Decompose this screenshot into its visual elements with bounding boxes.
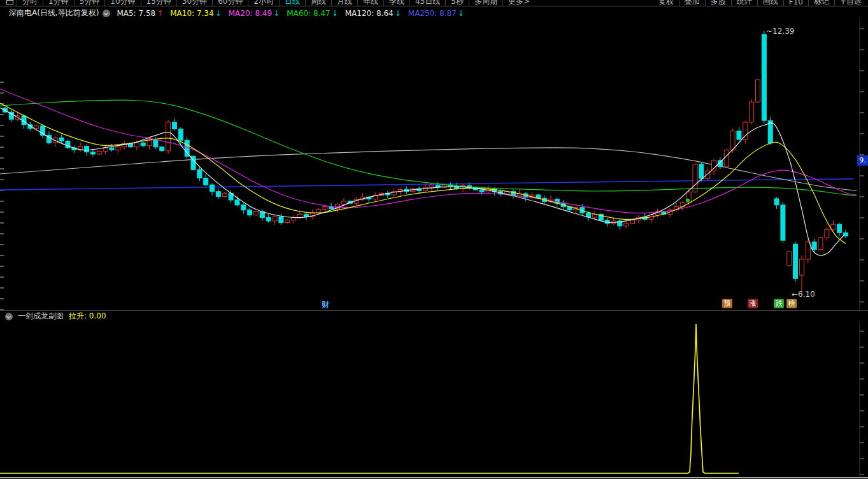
sub-indicator-chart[interactable] [0,322,868,477]
high-price-marker: ~12.39 [766,27,794,36]
period-menu-item-14[interactable]: 45日线 [410,0,445,6]
tool-menu-item-8[interactable]: +自选 [835,0,867,6]
period-menu-item-17[interactable]: 更多> [503,0,535,6]
main-candlestick-chart[interactable] [0,19,868,310]
ma-value-5: MA120: 8.64↓ [345,9,401,18]
period-menu-item-13[interactable]: 季线 [384,0,409,6]
period-menu-item-3[interactable]: 5分钟 [75,0,105,6]
period-menu-item-9[interactable]: 日线 [280,0,305,6]
period-menu-item-8[interactable]: 2小时 [248,0,279,6]
ma-value-2: MA10: 7.34↓ [170,9,221,18]
ma-value-4: MA60: 8.47↓ [287,9,338,18]
stock-title: 深南电A(日线,等比前复权) [9,8,99,18]
period-menu-item-4[interactable]: 10分钟 [105,0,140,6]
tool-menu-item-1[interactable]: 复权 [653,0,679,6]
sub-indicator-title[interactable]: 一剑成龙副图 [18,311,64,322]
sub-indicator-value: 拉升: 0.00 [69,311,106,322]
ranking-badge-3[interactable]: 跌 [774,299,784,308]
tool-menu-item-5[interactable]: 画线 [758,0,783,6]
ma-readout-list: MA5: 7.58↑MA10: 7.34↓MA20: 8.49↓MA60: 8.… [117,9,464,18]
chevron-down-icon[interactable] [5,313,13,320]
period-menu-item-2[interactable]: 1分钟 [43,0,74,6]
tool-menu-item-2[interactable]: 叠加 [679,0,705,6]
sub-indicator-header: 一剑成龙副图 拉升: 0.00 [0,311,868,322]
financial-report-marker[interactable]: 财 [322,299,329,310]
period-menu-item-6[interactable]: 30分钟 [177,0,212,6]
period-menu-item-15[interactable]: 5秒 [446,0,469,6]
window-icon[interactable] [6,0,13,4]
period-menu-item-16[interactable]: 多周期 [469,0,502,6]
ranking-badge-1[interactable]: 预 [722,299,732,308]
axis-price-badge: 9. [857,155,868,166]
period-menu-bar: 分时1分钟5分钟10分钟15分钟30分钟60分钟2小时日线周线月线年线季线45日… [0,0,868,6]
period-menu-left: 分时1分钟5分钟10分钟15分钟30分钟60分钟2小时日线周线月线年线季线45日… [3,0,535,6]
ma-value-3: MA20: 8.49↓ [229,9,280,18]
ma-value-1: MA5: 7.58↑ [117,9,163,18]
tools-menu-right: 复权叠加多股统计画线F10标记+自选 [653,0,867,6]
tool-menu-item-3[interactable]: 多股 [706,0,731,6]
period-menu-item-11[interactable]: 月线 [332,0,357,6]
tool-menu-item-4[interactable]: 统计 [732,0,757,6]
ma-value-6: MA250: 8.87↓ [408,9,464,18]
low-price-marker: ←6.10 [792,290,815,299]
stock-info-bar: 深南电A(日线,等比前复权) MA5: 7.58↑MA10: 7.34↓MA20… [0,7,868,19]
chevron-down-icon[interactable] [103,10,110,17]
window-bottom-border [0,477,868,478]
period-menu-item-1[interactable]: 分时 [17,0,43,6]
period-menu-item-12[interactable]: 年线 [358,0,383,6]
ranking-badge-2[interactable]: 涨 [748,299,758,308]
period-menu-item-5[interactable]: 15分钟 [141,0,176,6]
period-menu-item-10[interactable]: 周线 [306,0,331,6]
tool-menu-item-6[interactable]: F10 [784,0,808,6]
period-menu-item-7[interactable]: 60分钟 [213,0,248,6]
trading-app-window: 分时1分钟5分钟10分钟15分钟30分钟60分钟2小时日线周线月线年线季线45日… [0,0,868,479]
ranking-badge-4[interactable]: 榜 [786,299,797,308]
tool-menu-item-7[interactable]: 标记 [809,0,834,6]
